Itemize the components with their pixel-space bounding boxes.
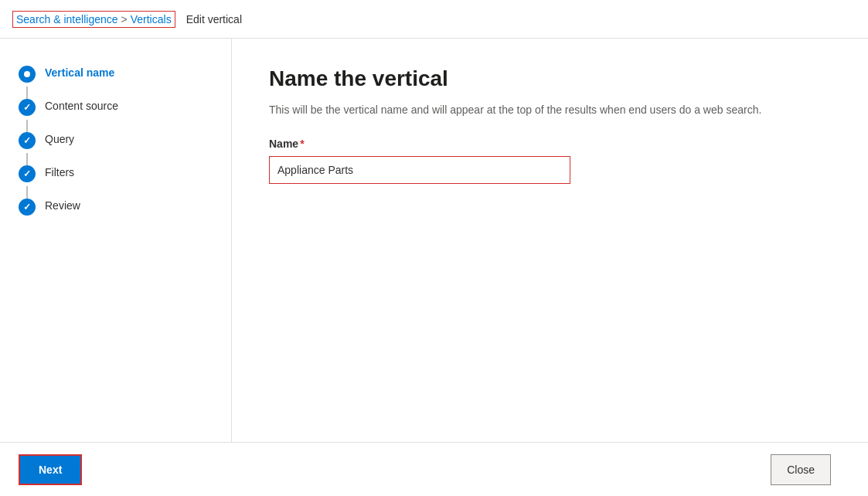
- breadcrumb-search-intelligence[interactable]: Search & intelligence: [16, 13, 118, 25]
- step-indicator-query: ✓: [19, 132, 36, 149]
- step-indicator-filters: ✓: [19, 165, 36, 182]
- step-indicator-vertical-name: [19, 66, 36, 83]
- breadcrumb-sep-1: >: [121, 13, 128, 25]
- step-indicator-content-source: ✓: [19, 99, 36, 116]
- breadcrumb-current: Edit vertical: [186, 13, 242, 25]
- field-label-name: Name*: [269, 138, 831, 150]
- breadcrumb-bar: Search & intelligence > Verticals Edit v…: [0, 0, 868, 39]
- sidebar-item-filters[interactable]: ✓ Filters: [0, 157, 231, 190]
- close-button[interactable]: Close: [771, 454, 831, 485]
- sidebar-item-vertical-name[interactable]: Vertical name: [0, 57, 231, 90]
- step-dot: [24, 71, 30, 77]
- checkmark-filters: ✓: [23, 168, 31, 179]
- checkmark-query: ✓: [23, 135, 31, 146]
- sidebar-label-review: Review: [45, 198, 80, 212]
- sidebar-label-vertical-name: Vertical name: [45, 65, 114, 79]
- sidebar-item-review[interactable]: ✓ Review: [0, 190, 231, 223]
- sidebar-item-query[interactable]: ✓ Query: [0, 124, 231, 157]
- content-area: Name the vertical This will be the verti…: [232, 39, 868, 442]
- breadcrumb-group: Search & intelligence > Verticals: [12, 11, 175, 28]
- breadcrumb-verticals[interactable]: Verticals: [131, 13, 172, 25]
- checkmark-content-source: ✓: [23, 102, 31, 113]
- next-button[interactable]: Next: [19, 454, 82, 485]
- sidebar: Vertical name ✓ Content source ✓ Query ✓…: [0, 39, 232, 442]
- page-description: This will be the vertical name and will …: [269, 104, 810, 116]
- footer-inner: Next Close: [19, 454, 849, 485]
- main-content: Vertical name ✓ Content source ✓ Query ✓…: [0, 39, 868, 442]
- sidebar-label-query: Query: [45, 131, 74, 145]
- sidebar-label-filters: Filters: [45, 165, 74, 178]
- footer: Next Close: [0, 442, 868, 496]
- name-input[interactable]: [269, 156, 570, 184]
- field-label-text: Name: [269, 138, 298, 150]
- required-star: *: [300, 138, 304, 150]
- sidebar-label-content-source: Content source: [45, 98, 118, 112]
- step-indicator-review: ✓: [19, 199, 36, 216]
- page-title: Name the vertical: [269, 66, 831, 91]
- sidebar-item-content-source[interactable]: ✓ Content source: [0, 90, 231, 124]
- checkmark-review: ✓: [23, 202, 31, 212]
